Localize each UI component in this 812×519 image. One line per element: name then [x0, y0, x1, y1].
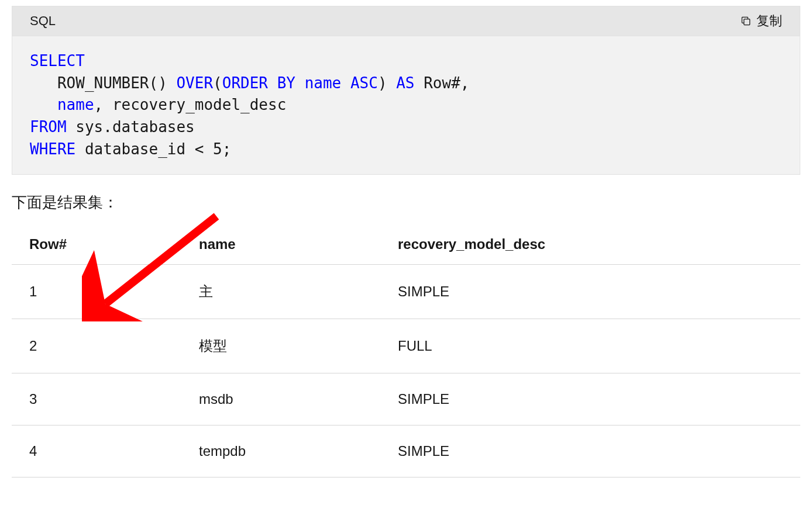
table-cell: 模型: [181, 319, 380, 373]
table-header-row: Row# name recovery_model_desc: [12, 224, 800, 265]
copy-button-label: 复制: [756, 12, 782, 30]
col-header-recovery: recovery_model_desc: [380, 224, 800, 265]
result-set-label: 下面是结果集：: [12, 192, 800, 213]
table-cell: 2: [12, 319, 181, 373]
table-cell: 1: [12, 265, 181, 319]
copy-icon: [740, 15, 752, 27]
table-cell: FULL: [380, 319, 800, 373]
table-cell: 主: [181, 265, 380, 319]
col-header-row-num: Row#: [12, 224, 181, 265]
table-cell: SIMPLE: [380, 265, 800, 319]
table-row: 4tempdbSIMPLE: [12, 425, 800, 478]
code-header: SQL 复制: [12, 6, 800, 36]
svg-rect-0: [744, 19, 750, 25]
table-cell: tempdb: [181, 425, 380, 478]
table-cell: SIMPLE: [380, 425, 800, 478]
table-row: 1主SIMPLE: [12, 265, 800, 319]
code-body[interactable]: SELECT ROW_NUMBER() OVER(ORDER BY name A…: [12, 36, 800, 174]
table-cell: msdb: [181, 373, 380, 425]
table-cell: 3: [12, 373, 181, 425]
code-block: SQL 复制 SELECT ROW_NUMBER() OVER(ORDER BY…: [12, 6, 800, 175]
copy-button[interactable]: 复制: [740, 12, 782, 30]
table-cell: 4: [12, 425, 181, 478]
code-language-label: SQL: [30, 13, 56, 29]
table-row: 3msdbSIMPLE: [12, 373, 800, 425]
result-table: Row# name recovery_model_desc 1主SIMPLE2模…: [12, 224, 800, 478]
table-row: 2模型FULL: [12, 319, 800, 373]
table-cell: SIMPLE: [380, 373, 800, 425]
col-header-name: name: [181, 224, 380, 265]
